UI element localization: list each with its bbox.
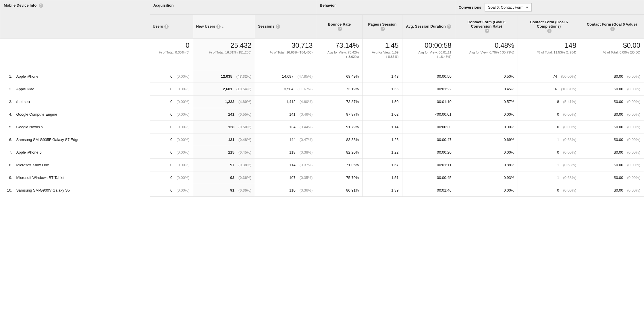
cell-completions: 0(0.00%) xyxy=(518,121,580,133)
summary-conv-rate: 0.48%Avg for View: 0.70% (-30.79%) xyxy=(455,39,518,70)
cell-users: 0(0.00%) xyxy=(150,83,193,95)
group-conversions: Conversions Goal 6: Contact Form xyxy=(455,0,644,15)
row-index: 5. xyxy=(0,121,14,133)
help-icon[interactable]: ? xyxy=(39,3,43,8)
cell-conv-rate: 0.00% xyxy=(455,121,518,133)
table-row[interactable]: 3.(not set)0(0.00%)1,222(4.80%)1,412(4.6… xyxy=(0,95,644,108)
device-name[interactable]: Samsung SM-G900V Galaxy S5 xyxy=(14,184,150,196)
col-value[interactable]: Contact Form (Goal 6 Value)? xyxy=(580,15,644,39)
help-icon[interactable]: ? xyxy=(485,29,489,33)
table-row[interactable]: 4.Google Compute Engine0(0.00%)141(0.55%… xyxy=(0,108,644,121)
cell-bounce: 71.05% xyxy=(316,159,363,171)
cell-value: $0.00(0.00%) xyxy=(580,159,644,171)
row-index: 9. xyxy=(0,171,14,184)
cell-users: 0(0.00%) xyxy=(150,184,193,197)
cell-users: 0(0.00%) xyxy=(150,95,193,108)
cell-sessions: 118(0.38%) xyxy=(255,146,316,159)
device-name[interactable]: (not set) xyxy=(14,95,150,108)
table-row[interactable]: 8.Microsoft Xbox One0(0.00%)97(0.38%)114… xyxy=(0,159,644,171)
cell-value: $0.00(0.00%) xyxy=(580,108,644,121)
cell-new-users: 128(0.50%) xyxy=(193,121,255,133)
sort-desc-icon: ↓ xyxy=(222,24,224,29)
device-name[interactable]: Microsoft Windows RT Tablet xyxy=(14,171,150,184)
table-row[interactable]: 10.Samsung SM-G900V Galaxy S50(0.00%)91(… xyxy=(0,184,644,197)
cell-value: $0.00(0.00%) xyxy=(580,146,644,159)
cell-sessions: 141(0.46%) xyxy=(255,108,316,121)
help-icon[interactable]: ? xyxy=(216,24,221,29)
col-users[interactable]: Users? xyxy=(150,15,193,39)
cell-completions: 0(0.00%) xyxy=(518,146,580,159)
summary-duration: 00:00:58Avg for View: 00:01:11 (-18.48%) xyxy=(402,39,455,70)
help-icon[interactable]: ? xyxy=(547,29,552,33)
help-icon[interactable]: ? xyxy=(338,27,342,31)
row-index: 7. xyxy=(0,146,14,158)
cell-new-users: 12,035(47.32%) xyxy=(193,70,255,83)
goal-selector-dropdown[interactable]: Goal 6: Contact Form xyxy=(485,3,532,12)
help-icon[interactable]: ? xyxy=(164,24,169,29)
device-name[interactable]: Google Nexus 5 xyxy=(14,121,150,133)
dimension-header[interactable]: Mobile Device Info ? xyxy=(0,0,150,39)
cell-duration: 00:01:10 xyxy=(402,95,455,108)
col-completions[interactable]: Contact Form (Goal 6 Completions)? xyxy=(518,15,580,39)
cell-sessions: 107(0.35%) xyxy=(255,171,316,184)
table-row[interactable]: 2.Apple iPad0(0.00%)2,681(10.54%)3,584(1… xyxy=(0,83,644,95)
device-name[interactable]: Microsoft Xbox One xyxy=(14,159,150,171)
device-name[interactable]: Apple iPhone xyxy=(14,70,150,83)
table-row[interactable]: 1.Apple iPhone0(0.00%)12,035(47.32%)14,6… xyxy=(0,70,644,83)
cell-users: 0(0.00%) xyxy=(150,171,193,184)
cell-new-users: 115(0.45%) xyxy=(193,146,255,159)
table-row[interactable]: 9.Microsoft Windows RT Tablet0(0.00%)92(… xyxy=(0,171,644,184)
cell-completions: 16(10.81%) xyxy=(518,83,580,95)
col-avg-duration[interactable]: Avg. Session Duration? xyxy=(402,15,455,39)
cell-bounce: 97.87% xyxy=(316,108,363,121)
table-row[interactable]: 7.Apple iPhone 60(0.00%)115(0.45%)118(0.… xyxy=(0,146,644,159)
cell-value: $0.00(0.00%) xyxy=(580,121,644,133)
cell-conv-rate: 0.00% xyxy=(455,146,518,159)
device-name[interactable]: Apple iPad xyxy=(14,83,150,95)
cell-completions: 0(0.00%) xyxy=(518,184,580,197)
cell-conv-rate: 0.00% xyxy=(455,184,518,197)
cell-duration: 00:01:11 xyxy=(402,159,455,171)
analytics-table: Mobile Device Info ? Acquisition Behavio… xyxy=(0,0,644,197)
col-pages-session[interactable]: Pages / Session? xyxy=(363,15,402,39)
help-icon[interactable]: ? xyxy=(447,24,451,29)
summary-users: 0% of Total: 0.00% (0) xyxy=(150,39,193,70)
col-new-users[interactable]: New Users?↓ xyxy=(193,15,255,39)
cell-value: $0.00(0.00%) xyxy=(580,184,644,197)
cell-bounce: 80.91% xyxy=(316,184,363,197)
cell-pps: 1.51 xyxy=(363,171,402,184)
cell-completions: 1(0.68%) xyxy=(518,133,580,146)
table-row[interactable]: 5.Google Nexus 50(0.00%)128(0.50%)134(0.… xyxy=(0,121,644,133)
cell-conv-rate: 0.69% xyxy=(455,133,518,146)
cell-new-users: 1,222(4.80%) xyxy=(193,95,255,108)
col-sessions[interactable]: Sessions? xyxy=(255,15,316,39)
cell-conv-rate: 0.93% xyxy=(455,171,518,184)
cell-users: 0(0.00%) xyxy=(150,121,193,133)
cell-sessions: 114(0.37%) xyxy=(255,159,316,171)
device-name[interactable]: Samsung SM-G935F Galaxy S7 Edge xyxy=(14,133,150,146)
cell-bounce: 82.20% xyxy=(316,146,363,159)
cell-conv-rate: 0.57% xyxy=(455,95,518,108)
summary-row: 0% of Total: 0.00% (0) 25,432% of Total:… xyxy=(0,39,644,70)
table-row[interactable]: 6.Samsung SM-G935F Galaxy S7 Edge0(0.00%… xyxy=(0,133,644,146)
cell-conv-rate: 0.45% xyxy=(455,83,518,95)
cell-bounce: 68.49% xyxy=(316,70,363,83)
cell-bounce: 73.87% xyxy=(316,95,363,108)
cell-new-users: 141(0.55%) xyxy=(193,108,255,121)
summary-sessions: 30,713% of Total: 16.66% (184,406) xyxy=(255,39,316,70)
col-conv-rate[interactable]: Contact Form (Goal 6 Conversion Rate)? xyxy=(455,15,518,39)
cell-users: 0(0.00%) xyxy=(150,108,193,121)
row-index: 2. xyxy=(0,83,14,95)
device-name[interactable]: Apple iPhone 6 xyxy=(14,146,150,158)
cell-new-users: 121(0.48%) xyxy=(193,133,255,146)
cell-duration: 00:00:47 xyxy=(402,133,455,146)
col-bounce-rate[interactable]: Bounce Rate? xyxy=(316,15,363,39)
help-icon[interactable]: ? xyxy=(610,27,615,31)
help-icon[interactable]: ? xyxy=(381,27,385,31)
cell-sessions: 144(0.47%) xyxy=(255,133,316,146)
cell-new-users: 92(0.36%) xyxy=(193,171,255,184)
cell-bounce: 91.79% xyxy=(316,121,363,133)
device-name[interactable]: Google Compute Engine xyxy=(14,108,150,121)
row-index: 6. xyxy=(0,133,14,146)
help-icon[interactable]: ? xyxy=(276,24,280,29)
